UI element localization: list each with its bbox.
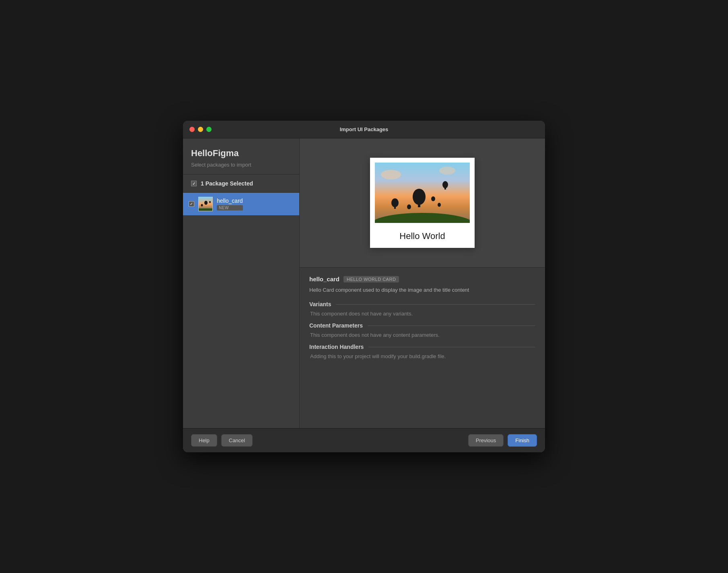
variants-line bbox=[336, 304, 535, 305]
package-header[interactable]: 1 Package Selected bbox=[183, 175, 299, 193]
sidebar-header: HelloFigma Select packages to import bbox=[183, 138, 299, 175]
svg-rect-14 bbox=[444, 188, 446, 190]
interaction-header: Interaction Handlers bbox=[309, 344, 535, 350]
content-params-section: Content Parameters This component does n… bbox=[309, 322, 535, 338]
detail-badge: HELLO WORLD CARD bbox=[343, 276, 399, 282]
interaction-text: Adding this to your project will modify … bbox=[309, 353, 535, 359]
interaction-line bbox=[368, 347, 535, 347]
svg-rect-10 bbox=[418, 204, 420, 207]
svg-point-2 bbox=[201, 204, 203, 206]
interaction-title: Interaction Handlers bbox=[309, 344, 364, 350]
item-info: hello_card NEW bbox=[217, 198, 243, 210]
svg-point-15 bbox=[407, 204, 411, 209]
finish-button[interactable]: Finish bbox=[508, 434, 537, 447]
item-thumb-image bbox=[199, 197, 212, 211]
main-area: Hello World hello_card HELLO WORLD CARD … bbox=[300, 138, 545, 428]
item-name: hello_card bbox=[217, 198, 243, 204]
footer-right: Previous Finish bbox=[468, 434, 537, 447]
sidebar-subtitle: Select packages to import bbox=[191, 162, 291, 168]
card-preview: Hello World bbox=[370, 158, 475, 248]
item-thumbnail bbox=[198, 197, 213, 211]
variants-section: Variants This component does not have an… bbox=[309, 301, 535, 317]
preview-area: Hello World bbox=[300, 138, 545, 267]
content-area: HelloFigma Select packages to import 1 P… bbox=[183, 138, 545, 428]
variants-header: Variants bbox=[309, 301, 535, 307]
svg-point-7 bbox=[381, 170, 401, 179]
svg-point-17 bbox=[438, 203, 441, 207]
content-params-text: This component does not have any content… bbox=[309, 332, 535, 338]
sidebar: HelloFigma Select packages to import 1 P… bbox=[183, 138, 300, 428]
content-params-header: Content Parameters bbox=[309, 322, 535, 329]
cancel-button[interactable]: Cancel bbox=[221, 434, 253, 447]
detail-description: Hello Card component used to display the… bbox=[309, 286, 535, 294]
titlebar: Import UI Packages bbox=[183, 121, 545, 138]
item-checkbox[interactable] bbox=[189, 201, 194, 207]
svg-point-3 bbox=[209, 201, 211, 203]
footer: Help Cancel Previous Finish bbox=[183, 428, 545, 452]
svg-point-9 bbox=[413, 189, 426, 205]
variants-title: Variants bbox=[309, 301, 331, 307]
svg-rect-12 bbox=[394, 207, 396, 209]
item-badge: NEW bbox=[217, 205, 243, 210]
package-item[interactable]: hello_card NEW bbox=[183, 193, 299, 215]
svg-point-16 bbox=[431, 196, 435, 201]
svg-point-11 bbox=[391, 198, 399, 207]
minimize-button[interactable] bbox=[198, 127, 203, 132]
maximize-button[interactable] bbox=[206, 127, 212, 132]
package-count-label: 1 Package Selected bbox=[201, 180, 253, 187]
app-name: HelloFigma bbox=[191, 148, 291, 159]
footer-left: Help Cancel bbox=[191, 434, 253, 447]
card-title: Hello World bbox=[375, 228, 470, 243]
help-button[interactable]: Help bbox=[191, 434, 217, 447]
previous-button[interactable]: Previous bbox=[468, 434, 504, 447]
svg-point-1 bbox=[204, 201, 208, 205]
window-title: Import UI Packages bbox=[340, 126, 389, 132]
detail-title-row: hello_card HELLO WORLD CARD bbox=[309, 276, 535, 282]
detail-package-name: hello_card bbox=[309, 276, 339, 282]
svg-point-8 bbox=[439, 167, 455, 175]
sidebar-list: 1 Package Selected bbox=[183, 175, 299, 428]
svg-rect-4 bbox=[199, 208, 213, 211]
select-all-checkbox[interactable] bbox=[191, 181, 197, 186]
interaction-section: Interaction Handlers Adding this to your… bbox=[309, 344, 535, 359]
content-params-line bbox=[368, 326, 535, 326]
detail-area: hello_card HELLO WORLD CARD Hello Card c… bbox=[300, 267, 545, 428]
content-params-title: Content Parameters bbox=[309, 322, 363, 329]
close-button[interactable] bbox=[189, 127, 195, 132]
variants-text: This component does not have any variant… bbox=[309, 311, 535, 317]
traffic-lights bbox=[189, 127, 212, 132]
svg-point-13 bbox=[442, 181, 448, 188]
card-image bbox=[375, 163, 470, 223]
main-window: Import UI Packages HelloFigma Select pac… bbox=[183, 121, 545, 452]
